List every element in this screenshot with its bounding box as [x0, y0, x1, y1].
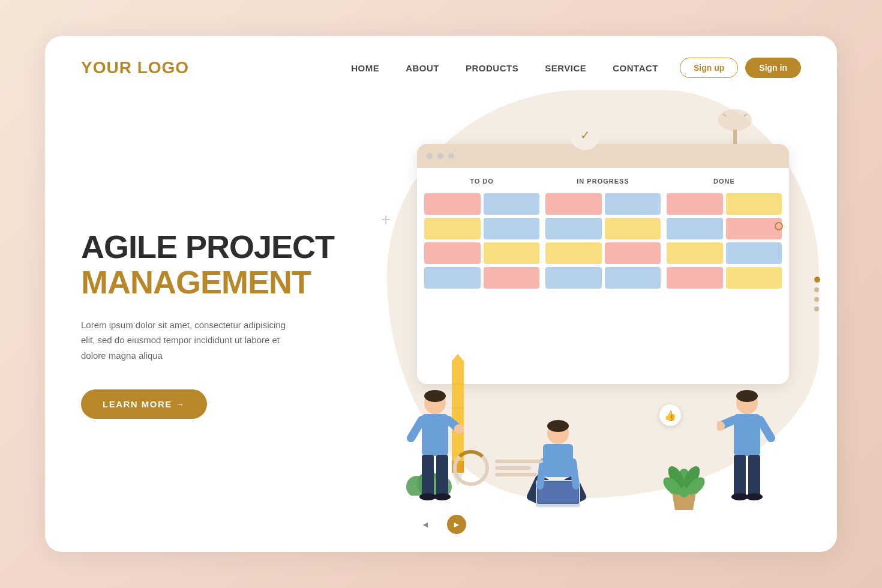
svg-rect-19 [436, 455, 448, 497]
prev-button[interactable]: ◄ [416, 515, 435, 534]
sticky-note [667, 267, 723, 289]
svg-rect-38 [734, 455, 746, 497]
sticky-note [484, 193, 540, 215]
sticky-note [726, 267, 782, 289]
svg-point-23 [547, 420, 569, 432]
sticky-note [726, 242, 782, 264]
sticky-note [484, 267, 540, 289]
nav-home[interactable]: HOME [351, 63, 379, 73]
plant-icon [663, 453, 705, 513]
chart-circle [453, 450, 489, 486]
sticky-note [545, 193, 602, 215]
svg-line-37 [760, 420, 771, 438]
svg-point-17 [454, 424, 464, 434]
chart-line-3 [495, 473, 537, 476]
sticky-note [667, 218, 723, 239]
hero-left: AGILE PROJECT MANAGEMENT Lorem ipsum dol… [81, 102, 369, 534]
small-circle-decoration [775, 222, 783, 230]
svg-point-20 [419, 493, 436, 500]
sticky-row [424, 193, 539, 215]
sticky-note [484, 218, 540, 239]
kb-dot-2 [437, 153, 443, 159]
lamp-icon [717, 108, 753, 155]
bottom-chart [453, 450, 543, 486]
sticky-note [726, 193, 782, 215]
sticky-notes-todo [424, 193, 539, 289]
svg-point-13 [424, 390, 446, 402]
nav-about[interactable]: ABOUT [406, 63, 439, 73]
hero-description: Lorem ipsum dolor sit amet, consectetur … [81, 317, 297, 364]
sticky-note [667, 193, 723, 215]
sticky-row [667, 242, 782, 264]
sticky-row [424, 267, 539, 289]
sticky-row [667, 193, 782, 215]
signin-button[interactable]: Sign in [745, 58, 801, 78]
kb-dot-1 [427, 153, 433, 159]
sticky-note [484, 242, 540, 264]
svg-line-15 [411, 420, 422, 438]
kanban-col-inprogress: IN PROGRESS [545, 175, 661, 377]
col-header-done: DONE [667, 175, 782, 190]
sticky-row [545, 193, 661, 215]
sticky-note [667, 242, 723, 264]
svg-rect-39 [748, 455, 760, 497]
sticky-row [667, 218, 782, 239]
col-header-todo: TO DO [424, 175, 539, 190]
kanban-board: TO DO [417, 144, 789, 384]
person-right [717, 390, 777, 510]
chart-line-1 [495, 460, 543, 463]
svg-point-21 [434, 493, 451, 500]
sticky-row [667, 267, 782, 289]
svg-rect-29 [538, 482, 578, 503]
sticky-note [424, 267, 481, 289]
sticky-row [545, 218, 661, 239]
hero-title-line1: AGILE PROJECT [81, 229, 369, 265]
sticky-row [424, 242, 539, 264]
sticky-row [424, 218, 539, 239]
svg-line-31 [573, 462, 576, 486]
svg-rect-24 [543, 444, 573, 477]
svg-point-33 [736, 390, 758, 402]
svg-point-40 [731, 493, 748, 500]
signup-button[interactable]: Sign up [680, 58, 738, 78]
chart-lines [495, 460, 543, 476]
side-dot-2[interactable] [814, 287, 819, 292]
hero-illustration: ✓ + [369, 102, 801, 534]
nav-contact[interactable]: CONTACT [613, 63, 658, 73]
bottom-navigation: ◄ ► [416, 515, 466, 534]
sticky-note [424, 218, 481, 239]
header: YOUR LOGO HOME ABOUT PRODUCTS SERVICE CO… [45, 36, 837, 78]
side-dot-3[interactable] [814, 297, 819, 302]
side-dot-1[interactable] [814, 277, 820, 283]
svg-rect-18 [422, 455, 434, 497]
main-content: AGILE PROJECT MANAGEMENT Lorem ipsum dol… [45, 78, 837, 534]
like-badge: 👍 [659, 404, 681, 426]
hero-title-line2: MANAGEMENT [81, 265, 369, 300]
sticky-notes-done [667, 193, 782, 289]
svg-point-41 [746, 493, 763, 500]
plus-icon: + [381, 210, 391, 229]
side-dots [814, 277, 820, 311]
nav-products[interactable]: PRODUCTS [466, 63, 518, 73]
play-button[interactable]: ► [447, 515, 466, 534]
kanban-col-done: DONE [667, 175, 782, 377]
sticky-note [605, 193, 661, 215]
svg-point-0 [718, 109, 752, 131]
sticky-note [424, 193, 481, 215]
sticky-row [545, 242, 661, 264]
side-dot-4[interactable] [814, 307, 819, 311]
sticky-note [726, 218, 782, 239]
navigation: HOME ABOUT PRODUCTS SERVICE CONTACT [351, 63, 658, 73]
kanban-columns: TO DO [417, 168, 789, 384]
svg-rect-1 [733, 130, 737, 144]
sticky-note [545, 242, 602, 264]
learn-more-button[interactable]: LEARN MORE → [81, 389, 207, 419]
logo: YOUR LOGO [81, 58, 189, 77]
col-header-inprogress: IN PROGRESS [545, 175, 661, 190]
sticky-note [545, 218, 602, 239]
nav-service[interactable]: SERVICE [545, 63, 586, 73]
main-card: YOUR LOGO HOME ABOUT PRODUCTS SERVICE CO… [45, 36, 837, 552]
sticky-note [605, 242, 661, 264]
sticky-note [605, 218, 661, 239]
sticky-notes-inprogress [545, 193, 661, 289]
